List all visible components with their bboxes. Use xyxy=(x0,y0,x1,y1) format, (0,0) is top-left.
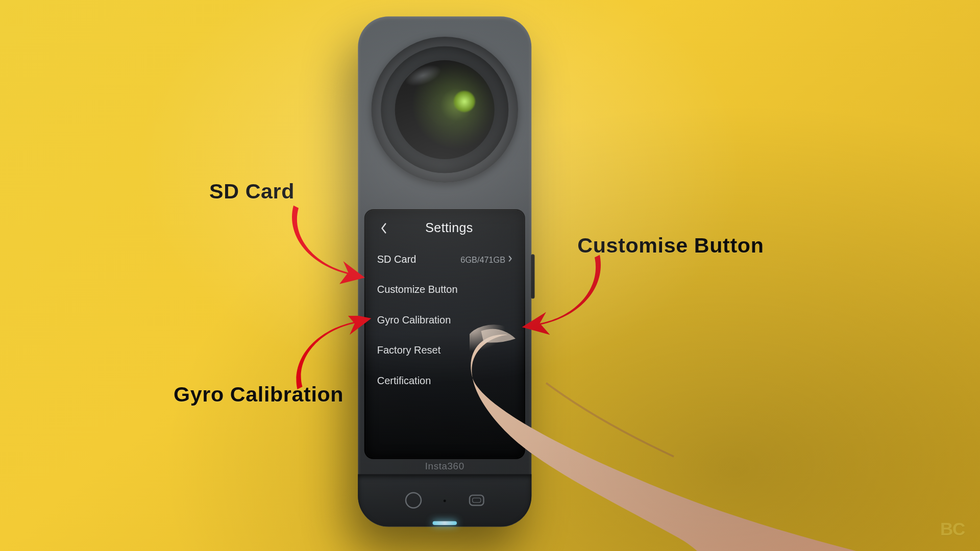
camera-lens-glass xyxy=(395,60,495,159)
chevron-right-icon xyxy=(508,255,512,264)
user-finger xyxy=(470,307,980,551)
settings-row-label: Factory Reset xyxy=(377,345,440,356)
settings-row-label: Gyro Calibration xyxy=(377,314,451,325)
status-led xyxy=(433,521,457,525)
settings-row-label: SD Card xyxy=(377,254,416,265)
device-touchscreen[interactable]: Settings SD Card 6GB/471GB Customize But… xyxy=(365,211,524,458)
settings-row-certification[interactable]: Certification xyxy=(377,366,512,396)
hardware-circle-button[interactable] xyxy=(405,492,422,508)
annotation-gyro-calibration: Gyro Calibration xyxy=(174,382,344,406)
annotation-customise-button: Customise Button xyxy=(577,233,764,257)
device-brand-label: Insta360 xyxy=(365,460,524,471)
microphone-dot xyxy=(444,499,446,502)
hardware-button-shelf xyxy=(358,474,531,527)
annotation-sd-card: SD Card xyxy=(209,180,295,204)
settings-row-gyro-calibration[interactable]: Gyro Calibration xyxy=(377,305,512,336)
settings-row-label: Certification xyxy=(377,375,431,387)
settings-row-label: Customize Button xyxy=(377,284,458,295)
settings-row-sd-card[interactable]: SD Card 6GB/471GB xyxy=(377,244,512,274)
settings-row-factory-reset[interactable]: Factory Reset xyxy=(377,335,512,366)
screen-title: Settings xyxy=(386,220,512,235)
watermark: BC xyxy=(940,519,965,540)
settings-row-customize-button[interactable]: Customize Button xyxy=(377,274,512,305)
settings-row-value: 6GB/471GB xyxy=(460,255,505,264)
hardware-mode-button[interactable] xyxy=(469,494,484,506)
